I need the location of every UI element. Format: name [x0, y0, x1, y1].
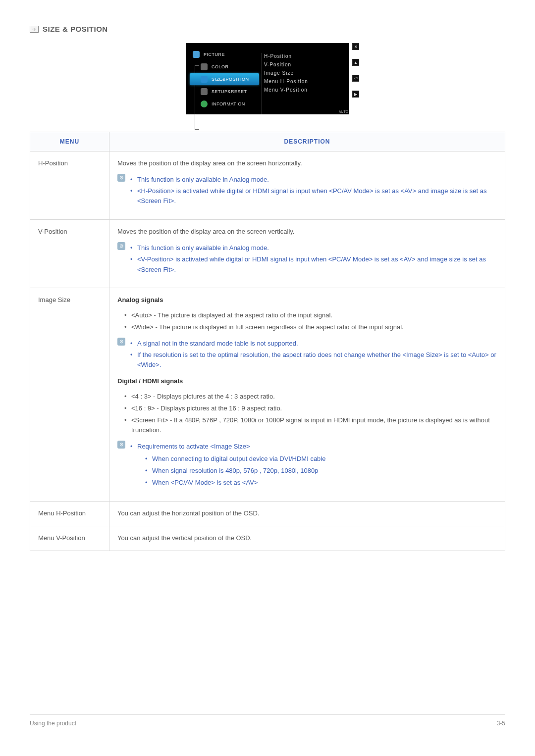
menu-description: Analog signals <Auto> - The picture is d…: [109, 288, 505, 502]
note-item: <H-Position> is activated while digital …: [130, 186, 497, 207]
menu-description: You can adjust the horizontal position o…: [109, 502, 505, 526]
menu-description: Moves the position of the display area o…: [109, 220, 505, 288]
menu-description-table: MENU DESCRIPTION H-Position Moves the po…: [30, 132, 505, 551]
osd-sub-menuv: Menu V-Position: [264, 86, 345, 94]
osd-nav-label: INFORMATION: [212, 101, 245, 106]
up-icon: ▲: [352, 59, 359, 66]
osd-sub-imagesize: Image Size: [264, 69, 345, 77]
info-icon: [201, 101, 208, 107]
note-subitem: When connecting to digital output device…: [145, 454, 497, 464]
note-item: A signal not in the standard mode table …: [130, 339, 497, 349]
note-item: If the resolution is set to the optimal …: [130, 350, 497, 371]
table-row: H-Position Moves the position of the dis…: [30, 151, 505, 220]
osd-nav-information: INFORMATION: [190, 98, 259, 110]
osd-nav-label: COLOR: [212, 64, 229, 69]
menu-description: Moves the position of the display area o…: [109, 151, 505, 220]
note-item: This function is only available in Analo…: [130, 243, 497, 253]
osd-nav: PICTURE COLOR SIZE&POSITION SETUP&RESET …: [190, 48, 259, 110]
table-row: Image Size Analog signals <Auto> - The p…: [30, 288, 505, 502]
page-footer: Using the product 3-5: [30, 714, 505, 727]
note-block: ⊘ This function is only available in Ana…: [117, 242, 497, 276]
note-icon: ⊘: [117, 174, 125, 182]
osd-sub-menuh: Menu H-Position: [264, 77, 345, 86]
menu-name: Menu V-Position: [30, 526, 109, 551]
osd-nav-label: SETUP&RESET: [212, 89, 247, 94]
osd-auto-label: AUTO: [339, 110, 348, 113]
note-subitem: When <PC/AV Mode> is set as <AV>: [145, 478, 497, 488]
note-icon: ⊘: [117, 441, 125, 449]
note-item: <V-Position> is activated while digital …: [130, 254, 497, 275]
col-header-menu: MENU: [30, 132, 109, 151]
note-icon: ⊘: [117, 338, 125, 346]
osd-sub-hposition: H-Position: [264, 52, 345, 60]
osd-sub-vposition: V-Position: [264, 60, 345, 69]
note-subitem: When signal resolution is 480p, 576p , 7…: [145, 466, 497, 476]
sizeposition-icon: [201, 76, 208, 83]
menu-name: H-Position: [30, 151, 109, 220]
right-icon: ▶: [352, 91, 359, 98]
note-lead: Requirements to activate <Image Size>: [137, 443, 250, 450]
osd-nav-label: PICTURE: [204, 52, 225, 57]
osd-preview: PICTURE COLOR SIZE&POSITION SETUP&RESET …: [186, 43, 349, 114]
close-icon: ✕: [352, 43, 359, 50]
footer-right: 3-5: [497, 720, 505, 727]
subheading: Analog signals: [117, 296, 163, 303]
enter-icon: ⏎: [352, 75, 359, 82]
col-header-description: DESCRIPTION: [109, 132, 505, 151]
color-icon: [201, 63, 208, 70]
note-block: ⊘ A signal not in the standard mode tabl…: [117, 338, 497, 371]
list-item: <4 : 3> - Displays pictures at the 4 : 3…: [124, 392, 497, 402]
note-item: This function is only available in Analo…: [130, 175, 497, 185]
note-icon: ⊘: [117, 242, 125, 250]
table-row: Menu H-Position You can adjust the horiz…: [30, 502, 505, 526]
description-lead: Moves the position of the display area o…: [117, 158, 497, 169]
list-item: <16 : 9> - Displays pictures at the 16 :…: [124, 403, 497, 414]
note-block: ⊘ This function is only available in Ana…: [117, 174, 497, 207]
osd-side-buttons: ✕ ▲ ⏎ ▶: [352, 43, 359, 98]
gear-icon: [201, 88, 208, 95]
menu-name: Menu H-Position: [30, 502, 109, 526]
section-title: ·|· SIZE & POSITION: [30, 25, 505, 33]
note-block: ⊘ Requirements to activate <Image Size> …: [117, 441, 497, 489]
size-position-icon: ·|·: [30, 26, 39, 33]
list-item: <Auto> - The picture is displayed at the…: [124, 310, 497, 321]
menu-description: You can adjust the vertical position of …: [109, 526, 505, 551]
footer-left: Using the product: [30, 720, 76, 727]
osd-submenu: H-Position V-Position Image Size Menu H-…: [264, 48, 345, 110]
section-title-text: SIZE & POSITION: [43, 25, 108, 33]
osd-nav-sizeposition: SIZE&POSITION: [190, 73, 259, 85]
subheading: Digital / HDMI signals: [117, 377, 183, 385]
list-item: <Wide> - The picture is displayed in ful…: [124, 322, 497, 333]
osd-nav-setupreset: SETUP&RESET: [190, 86, 259, 98]
table-row: V-Position Moves the position of the dis…: [30, 220, 505, 288]
description-lead: Moves the position of the display area o…: [117, 227, 497, 237]
list-item: <Screen Fit> - If a 480P, 576P , 720P, 1…: [124, 415, 497, 436]
osd-nav-label: SIZE&POSITION: [212, 77, 249, 82]
picture-icon: [193, 51, 200, 58]
table-row: Menu V-Position You can adjust the verti…: [30, 526, 505, 551]
menu-name: V-Position: [30, 220, 109, 288]
osd-nav-color: COLOR: [190, 61, 259, 73]
osd-divider: [261, 53, 262, 132]
osd-nav-picture: PICTURE: [190, 49, 259, 60]
menu-name: Image Size: [30, 288, 109, 502]
note-item: Requirements to activate <Image Size> Wh…: [130, 442, 497, 488]
